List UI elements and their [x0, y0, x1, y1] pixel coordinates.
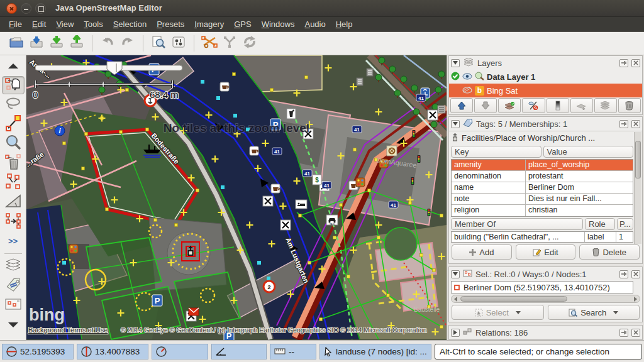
- angle-field: [211, 344, 267, 359]
- move-layer-up-button[interactable]: [450, 98, 473, 113]
- unglue-tool[interactable]: [2, 173, 25, 192]
- search-presets-button[interactable]: [148, 34, 169, 53]
- window-close-button[interactable]: [6, 3, 17, 14]
- relations-panel: Relations: 186: [448, 325, 643, 340]
- menu-view[interactable]: View: [51, 18, 79, 31]
- collapse-icon[interactable]: [451, 120, 460, 128]
- redo-button[interactable]: [118, 34, 138, 53]
- value-column-header[interactable]: Value: [543, 146, 634, 158]
- search-button[interactable]: Search: [548, 305, 640, 320]
- map-canvas[interactable]: TAXI $ 2 i P P P P 41 41 41 41 41 41: [26, 55, 447, 340]
- selection-panel-header: Sel.: Rel.:0 / Ways:0 / Nodes:1: [449, 267, 642, 281]
- tag-row[interactable]: noteDies ist nur ein Fall...: [452, 194, 633, 205]
- refresh-button[interactable]: [240, 34, 260, 53]
- extrude-tool[interactable]: [2, 193, 25, 211]
- menu-imagery[interactable]: Imagery: [189, 18, 229, 31]
- close-icon[interactable]: [631, 120, 640, 128]
- menu-windows[interactable]: Windows: [257, 18, 300, 31]
- draw-node-tool[interactable]: [2, 115, 25, 133]
- layer-row-bing[interactable]: b Bing Sat: [449, 84, 642, 97]
- window-minimize-button[interactable]: [21, 3, 31, 14]
- pin-icon[interactable]: [619, 120, 628, 128]
- scroll-down-icon[interactable]: [2, 315, 25, 334]
- upload-button[interactable]: [67, 34, 87, 53]
- tag-key: name: [452, 182, 526, 193]
- menu-gps[interactable]: GPS: [229, 18, 256, 31]
- imagery-attribution: © 2014 GeoEye © GeoContent / (p) Intergr…: [121, 326, 427, 334]
- delete-tool[interactable]: [2, 154, 25, 172]
- selection-list-item[interactable]: Berliner Dom (52.5190735, 13.4010752): [451, 281, 633, 293]
- edit-tag-button[interactable]: Edit: [516, 244, 576, 260]
- pin-icon[interactable]: [619, 59, 628, 67]
- select-move-tool[interactable]: [2, 76, 25, 94]
- pin-icon[interactable]: [619, 270, 628, 278]
- key-column-header[interactable]: Key: [451, 146, 541, 158]
- tags-scrollbar[interactable]: [634, 132, 641, 244]
- follow-line-tool[interactable]: [2, 212, 25, 231]
- menu-file[interactable]: File: [4, 18, 27, 31]
- download-button[interactable]: [47, 34, 67, 53]
- lasso-tool[interactable]: [2, 96, 25, 114]
- selection-dialog-toggle[interactable]: [2, 296, 25, 314]
- move-layer-down-button[interactable]: [474, 98, 497, 113]
- tag-row[interactable]: amenityplace_of_worship: [452, 160, 633, 171]
- window-maximize-button[interactable]: [35, 3, 46, 14]
- more-tools-button[interactable]: >>: [2, 232, 25, 250]
- menu-presets[interactable]: Presets: [152, 18, 189, 31]
- menu-selection[interactable]: Selection: [108, 18, 152, 31]
- close-icon[interactable]: [631, 270, 640, 278]
- layer-row-data[interactable]: Data Layer 1: [449, 70, 642, 84]
- close-icon[interactable]: [631, 329, 640, 337]
- collapse-icon[interactable]: [451, 270, 460, 278]
- terms-of-use-link[interactable]: Background Terms of Use: [28, 326, 108, 334]
- add-tag-button[interactable]: Add: [452, 244, 512, 260]
- activate-layer-button[interactable]: [498, 98, 521, 113]
- open-button[interactable]: [6, 34, 26, 53]
- role-column-header[interactable]: Role: [585, 218, 615, 230]
- delete-tag-button[interactable]: Delete: [579, 244, 640, 260]
- layer-opacity-button[interactable]: [547, 98, 569, 113]
- close-icon[interactable]: [631, 59, 640, 67]
- layers-stack-icon: [4, 258, 22, 275]
- speed-sign-icon: 2: [264, 281, 275, 292]
- svg-text:41: 41: [274, 149, 280, 155]
- position-column-header[interactable]: P...: [617, 218, 633, 230]
- hidden-eye-icon[interactable]: [462, 86, 472, 96]
- angle-icon: [216, 347, 227, 356]
- zoom-tool[interactable]: [2, 134, 25, 153]
- bank-icon: $: [313, 175, 321, 185]
- merge-layer-button[interactable]: [594, 98, 617, 113]
- selection-hscrollbar[interactable]: [451, 295, 640, 303]
- toggle-visibility-button[interactable]: [522, 98, 545, 113]
- open-folder-icon: [9, 35, 24, 52]
- statusbar: 52.5195393 13.4007883 -- landuse (7 node…: [0, 340, 644, 362]
- preset-row[interactable]: Facilities/Place of Worship/Church ...: [449, 131, 642, 145]
- expand-icon[interactable]: [451, 329, 460, 337]
- membership-row[interactable]: building ("Berlin Cathedral", ... label …: [451, 231, 633, 243]
- scroll-up-icon[interactable]: [2, 57, 25, 75]
- collapse-icon[interactable]: [451, 59, 460, 67]
- church-preset-icon: [452, 133, 458, 143]
- preferences-button[interactable]: [169, 34, 189, 53]
- tag-row[interactable]: denominationprotestant: [452, 171, 633, 182]
- visible-eye-icon[interactable]: [462, 72, 472, 82]
- tag-row[interactable]: nameBerliner Dom: [452, 182, 633, 194]
- layers-dialog-toggle[interactable]: [2, 257, 25, 275]
- tag-row[interactable]: religionchristian: [452, 205, 633, 216]
- split-way-button[interactable]: [199, 34, 219, 53]
- select-button[interactable]: Select: [452, 305, 544, 320]
- menu-edit[interactable]: Edit: [27, 18, 51, 31]
- combine-way-button[interactable]: [219, 34, 240, 53]
- menu-tools[interactable]: Tools: [79, 18, 108, 31]
- member-of-column-header[interactable]: Member Of: [451, 218, 583, 230]
- longitude-value: 13.4007883: [95, 347, 140, 356]
- tags-dialog-toggle[interactable]: [2, 277, 25, 295]
- delete-layer-button[interactable]: [618, 98, 641, 113]
- duplicate-layer-button[interactable]: [570, 98, 593, 113]
- menu-audio[interactable]: Audio: [299, 18, 330, 31]
- menu-help[interactable]: Help: [331, 18, 358, 31]
- pin-icon[interactable]: [619, 329, 628, 337]
- save-button[interactable]: [26, 34, 47, 53]
- layer-name: Bing Sat: [487, 86, 518, 96]
- undo-button[interactable]: [97, 34, 118, 53]
